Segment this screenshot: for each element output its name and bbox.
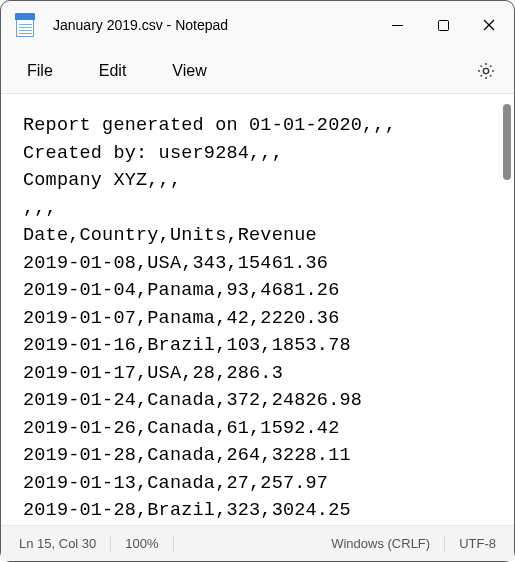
- window-controls: [374, 1, 512, 49]
- gear-icon: [476, 61, 496, 81]
- editor-textarea[interactable]: Report generated on 01-01-2020,,, Create…: [23, 112, 506, 525]
- status-line-ending: Windows (CRLF): [317, 532, 444, 556]
- vertical-scrollbar-thumb[interactable]: [503, 104, 511, 180]
- close-icon: [483, 19, 495, 31]
- statusbar: Ln 15, Col 30 100% Windows (CRLF) UTF-8: [1, 525, 514, 561]
- status-zoom[interactable]: 100%: [111, 532, 172, 556]
- notepad-window: January 2019.csv - Notepad File Edit Vie…: [0, 0, 515, 562]
- notepad-icon: [15, 13, 35, 37]
- close-button[interactable]: [466, 1, 512, 49]
- titlebar[interactable]: January 2019.csv - Notepad: [1, 1, 514, 49]
- svg-point-4: [483, 68, 488, 73]
- window-title: January 2019.csv - Notepad: [53, 17, 228, 33]
- status-encoding: UTF-8: [445, 532, 510, 556]
- minimize-icon: [392, 20, 403, 31]
- menu-edit[interactable]: Edit: [97, 58, 129, 84]
- maximize-button[interactable]: [420, 1, 466, 49]
- editor-viewport: Report generated on 01-01-2020,,, Create…: [1, 94, 514, 525]
- minimize-button[interactable]: [374, 1, 420, 49]
- menu-file[interactable]: File: [25, 58, 55, 84]
- maximize-icon: [438, 20, 449, 31]
- menubar: File Edit View: [1, 49, 514, 93]
- status-cursor-position: Ln 15, Col 30: [5, 532, 110, 556]
- status-separator: [173, 535, 174, 553]
- svg-rect-1: [438, 20, 448, 30]
- menu-view[interactable]: View: [170, 58, 208, 84]
- settings-button[interactable]: [476, 61, 496, 81]
